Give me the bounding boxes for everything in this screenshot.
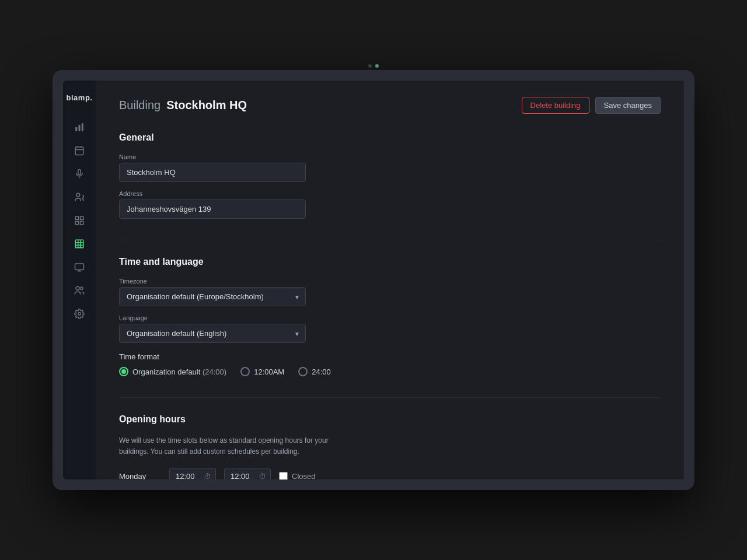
- monday-label: Monday: [119, 472, 161, 480]
- main-content: Building Stockholm HQ Delete building Sa…: [96, 80, 684, 480]
- page-header: Building Stockholm HQ Delete building Sa…: [119, 97, 661, 114]
- grid-icon: [74, 215, 85, 226]
- svg-rect-19: [75, 264, 84, 270]
- laptop-screen: biamp.: [63, 80, 684, 480]
- language-field: Language Organisation default (English) …: [119, 314, 661, 343]
- radio-24h-label: 24:00: [312, 368, 331, 376]
- time-language-section: Time and language Timezone Organisation …: [119, 257, 661, 376]
- timezone-select-wrapper: Organisation default (Europe/Stockholm) …: [119, 287, 306, 306]
- svg-rect-7: [78, 170, 81, 175]
- sidebar-item-building[interactable]: [69, 233, 90, 254]
- address-label: Address: [119, 190, 661, 197]
- radio-org-default[interactable]: [119, 367, 128, 376]
- radio-option-24h[interactable]: 24:00: [298, 367, 331, 376]
- radio-option-12am[interactable]: 12:00AM: [240, 367, 284, 376]
- svg-point-23: [81, 287, 83, 290]
- sidebar-item-devices[interactable]: [69, 163, 90, 184]
- monday-end-wrapper: ⏱: [224, 468, 271, 480]
- svg-rect-3: [75, 147, 83, 155]
- language-select[interactable]: Organisation default (English): [119, 324, 306, 343]
- general-section: General Name Address: [119, 132, 661, 219]
- radio-12am-label: 12:00AM: [254, 368, 284, 376]
- save-changes-button[interactable]: Save changes: [595, 97, 661, 114]
- address-input[interactable]: [119, 200, 306, 219]
- page-title-label: Building: [119, 99, 160, 112]
- display-icon: [74, 262, 85, 272]
- monday-closed-wrapper: Closed: [279, 472, 315, 480]
- building-icon: [74, 239, 85, 249]
- opening-hours-section: Opening hours We will use the time slots…: [119, 414, 661, 480]
- timezone-select[interactable]: Organisation default (Europe/Stockholm): [119, 287, 306, 306]
- header-actions: Delete building Save changes: [522, 97, 661, 114]
- general-section-title: General: [119, 132, 661, 143]
- svg-point-24: [78, 313, 81, 316]
- monday-closed-checkbox[interactable]: [279, 472, 288, 480]
- breadcrumb: Building Stockholm HQ: [119, 99, 247, 112]
- sidebar-item-analytics[interactable]: [69, 117, 90, 138]
- sidebar-item-schedule[interactable]: [69, 140, 90, 161]
- logo: biamp.: [64, 90, 95, 105]
- sidebar-item-display[interactable]: [69, 257, 90, 278]
- radio-24h[interactable]: [298, 367, 308, 376]
- svg-rect-13: [81, 222, 83, 225]
- svg-point-9: [76, 193, 80, 197]
- svg-rect-10: [75, 216, 78, 219]
- sidebar-item-users[interactable]: [69, 280, 90, 301]
- language-select-wrapper: Organisation default (English) ▼: [119, 324, 306, 343]
- svg-point-22: [76, 286, 79, 290]
- time-format-section: Time format Organization default (24:00)…: [119, 352, 661, 376]
- svg-rect-14: [75, 240, 83, 248]
- chart-icon: [74, 122, 85, 132]
- name-label: Name: [119, 153, 661, 160]
- section-divider-2: [119, 397, 661, 398]
- time-language-title: Time and language: [119, 257, 661, 267]
- monday-start-input[interactable]: [169, 468, 216, 480]
- sidebar-item-rooms[interactable]: [69, 210, 90, 231]
- mic-icon: [74, 169, 85, 179]
- people-icon: [74, 192, 85, 202]
- opening-hours-description: We will use the time slots below as stan…: [119, 435, 341, 457]
- sidebar-item-settings[interactable]: [69, 303, 90, 324]
- section-divider-1: [119, 240, 661, 240]
- calendar-icon: [74, 145, 85, 156]
- address-field: Address: [119, 190, 661, 219]
- monday-closed-label: Closed: [292, 472, 315, 480]
- svg-rect-0: [75, 127, 77, 131]
- monday-start-wrapper: ⏱: [169, 468, 216, 480]
- radio-org-default-label: Organization default (24:00): [132, 368, 226, 376]
- users-icon: [74, 285, 85, 296]
- page-title-name: Stockholm HQ: [166, 99, 247, 112]
- table-row: Monday ⏱ ⏱ Closed: [119, 468, 661, 480]
- name-field: Name: [119, 153, 661, 182]
- sidebar-item-people[interactable]: [69, 187, 90, 208]
- timezone-field: Timezone Organisation default (Europe/St…: [119, 278, 661, 306]
- delete-building-button[interactable]: Delete building: [522, 97, 589, 114]
- sidebar: biamp.: [63, 80, 96, 480]
- language-label: Language: [119, 314, 661, 321]
- radio-option-org-default[interactable]: Organization default (24:00): [119, 367, 226, 376]
- svg-rect-2: [82, 123, 83, 131]
- time-format-label: Time format: [119, 352, 661, 361]
- time-format-radio-group: Organization default (24:00) 12:00AM 24:…: [119, 367, 661, 376]
- svg-rect-1: [79, 125, 81, 131]
- svg-rect-12: [75, 222, 78, 225]
- logo-text: biamp.: [67, 93, 93, 102]
- monday-end-input[interactable]: [224, 468, 271, 480]
- radio-12am[interactable]: [240, 367, 250, 376]
- laptop-frame: biamp.: [53, 70, 694, 490]
- name-input[interactable]: [119, 163, 306, 182]
- opening-hours-title: Opening hours: [119, 414, 661, 425]
- gear-icon: [74, 309, 85, 319]
- svg-rect-11: [81, 216, 83, 219]
- timezone-label: Timezone: [119, 278, 661, 285]
